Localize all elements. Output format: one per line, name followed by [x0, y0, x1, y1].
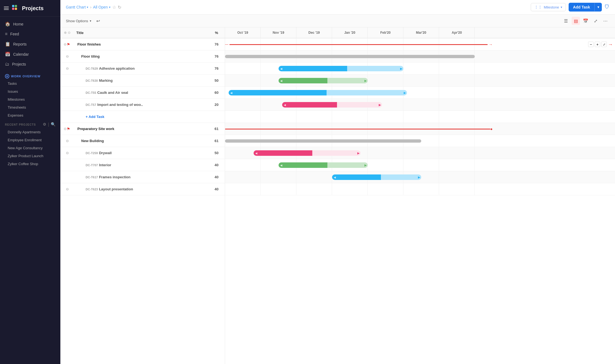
sidebar-item-tasks[interactable]: Tasks	[0, 80, 60, 88]
task-row[interactable]: ⊖⚑ Floor finishes 76	[60, 38, 225, 50]
search-icon[interactable]: 🔍	[51, 122, 55, 127]
sidebar-item-home[interactable]: 🏠 Home	[0, 19, 60, 29]
gantt-chart[interactable]: Oct '19Nov '19Dec '19Jan '20Feb'20Mar'20…	[225, 27, 615, 364]
sidebar-item-milestones[interactable]: Milestones	[0, 95, 60, 103]
add-task-link[interactable]: + Add Task	[76, 115, 104, 119]
gantt-cell	[403, 147, 439, 159]
list-view-icon[interactable]: ☰	[562, 17, 570, 25]
gantt-cell	[261, 75, 296, 86]
row-title: Floor finishes	[74, 42, 208, 46]
gantt-cell	[225, 111, 261, 123]
sidebar-item-projects[interactable]: 🗂 Projects	[0, 59, 60, 69]
more-options-icon[interactable]: ⋯	[601, 17, 610, 25]
bar-minus-button[interactable]: −	[588, 42, 594, 47]
recent-project-newage[interactable]: New Age Consultancy	[0, 144, 60, 152]
recent-project-zylker-launch[interactable]: Zylker Product Launch	[0, 152, 60, 160]
gantt-month-label: Dec '19	[296, 27, 332, 38]
gantt-cell	[261, 123, 296, 135]
gantt-cell	[368, 159, 403, 171]
task-row[interactable]: ⊖⚑ Preparatory Site work 61	[60, 123, 225, 135]
task-row[interactable]: ⊖ DC-T259Drywall 50	[60, 147, 225, 159]
task-code: DC-T617	[86, 176, 98, 179]
gantt-cell	[261, 38, 296, 50]
row-percent: 40	[208, 175, 225, 179]
svg-rect-1	[15, 5, 17, 7]
task-row[interactable]: ⊖ DC-T623Layout presentation 40	[60, 183, 225, 195]
row-expand-area: ⊖	[60, 151, 74, 155]
gantt-cell	[225, 135, 261, 147]
sidebar-item-timesheets[interactable]: Timesheets	[0, 103, 60, 111]
bar-plus-button[interactable]: +	[595, 42, 600, 47]
gantt-cell	[296, 75, 332, 86]
row-title: Preparatory Site work	[74, 127, 208, 131]
topbar: Gantt Chart ▾ › All Open ▾ ☆ ↻ ⋮⋮ Milest…	[60, 0, 615, 15]
gantt-cell	[332, 75, 368, 86]
work-overview-nav: Tasks Issues Milestones Timesheets Expen…	[0, 80, 60, 119]
task-row[interactable]: ⊖ DC-T629Adhesive application 76	[60, 63, 225, 75]
gantt-cell	[332, 111, 368, 123]
breadcrumb-all-open[interactable]: All Open ▾	[93, 5, 111, 9]
task-row[interactable]: + Add Task	[60, 111, 225, 123]
refresh-icon[interactable]: ↻	[118, 5, 121, 10]
add-task-button[interactable]: Add Task ▾	[569, 3, 602, 12]
sidebar-item-reports[interactable]: 📋 Reports	[0, 39, 60, 49]
task-row[interactable]: ⊖ New Building 61	[60, 135, 225, 147]
gantt-cell	[261, 147, 296, 159]
milestone-button[interactable]: ⋮⋮ Milestone ▾	[531, 3, 566, 11]
gantt-cell	[403, 135, 439, 147]
task-title-text: Preparatory Site work	[76, 127, 114, 131]
task-code: DC-T259	[86, 151, 98, 155]
row-expand-area: ⊖	[60, 139, 74, 143]
recent-project-donnelly[interactable]: Donnelly Apartments	[0, 128, 60, 136]
gantt-cell	[296, 123, 332, 135]
gantt-cell	[439, 87, 475, 98]
gantt-cell	[261, 50, 296, 62]
star-icon[interactable]: ☆	[112, 5, 116, 10]
task-row[interactable]: DC-T55Caulk and Air seal 60	[60, 87, 225, 99]
sidebar-item-calendar[interactable]: 📅 Calendar	[0, 49, 60, 59]
gantt-cell	[368, 123, 403, 135]
bar-arrow-right[interactable]: →	[608, 41, 613, 47]
sidebar-item-expenses[interactable]: Expenses	[0, 111, 60, 119]
sidebar: Projects 🏠 Home ≡ Feed 📋 Reports 📅 Calen…	[0, 0, 60, 364]
gantt-cell	[332, 147, 368, 159]
bar-expand-button[interactable]: ⤢	[601, 42, 607, 47]
task-title-text: DC-T623Layout presentation	[76, 187, 133, 191]
undo-button[interactable]: ↩	[94, 17, 102, 25]
task-row[interactable]: DC-T57Import and testing of woo.. 20	[60, 99, 225, 111]
sidebar-item-issues[interactable]: Issues	[0, 88, 60, 95]
hamburger-icon[interactable]	[4, 7, 9, 10]
recent-projects-section: RECENT PROJECTS ⚙ | 🔍	[0, 119, 60, 128]
toolbar: Show Options ▾ ↩ ☰ ▤ 📅 ⤢ ⋯	[60, 15, 615, 27]
gantt-month-label: Feb'20	[368, 27, 403, 38]
add-task-dropdown-arrow[interactable]: ▾	[594, 3, 602, 11]
show-options-button[interactable]: Show Options ▾	[66, 19, 91, 23]
fullscreen-icon[interactable]: ⤢	[591, 17, 600, 25]
recent-project-zylker-coffee[interactable]: Zylker Coffee Shop	[0, 160, 60, 168]
row-percent: 61	[208, 127, 225, 131]
gantt-body: — → − + ⤢ → ◀ ▶ ◀	[225, 38, 615, 195]
calendar-view-icon[interactable]: 📅	[582, 17, 590, 25]
row-expand-area: ⊖	[60, 187, 74, 191]
task-row[interactable]: DC-T707Interior 40	[60, 159, 225, 171]
logo-icon	[12, 4, 19, 12]
col-title-label: Title	[76, 31, 84, 35]
task-row[interactable]: DC-T630Marking 50	[60, 75, 225, 87]
sidebar-item-feed[interactable]: ≡ Feed	[0, 29, 60, 39]
gantt-row: ◀ ▶	[225, 159, 615, 171]
gantt-cell	[296, 99, 332, 111]
gantt-month-label: Nov '19	[261, 27, 296, 38]
configure-icon[interactable]: ⚙	[43, 122, 46, 127]
gantt-cell	[332, 99, 368, 111]
bar-controls[interactable]: − + ⤢ →	[588, 41, 613, 47]
gantt-cell	[332, 183, 368, 195]
breadcrumb-gantt-chart[interactable]: Gantt Chart ▾	[66, 5, 88, 9]
task-row[interactable]: ⊖ Floor tiling 76	[60, 50, 225, 63]
add-task-row[interactable]: + Add Task	[74, 115, 208, 119]
recent-project-employee[interactable]: Employee Enrollment	[0, 136, 60, 144]
task-row[interactable]: DC-T617Frames inspection 40	[60, 171, 225, 183]
row-expand-area: ⊖	[60, 54, 74, 58]
filter-icon[interactable]: ⛉	[605, 4, 610, 10]
row-title: DC-T630Marking	[74, 78, 208, 83]
gantt-view-icon[interactable]: ▤	[572, 17, 580, 25]
